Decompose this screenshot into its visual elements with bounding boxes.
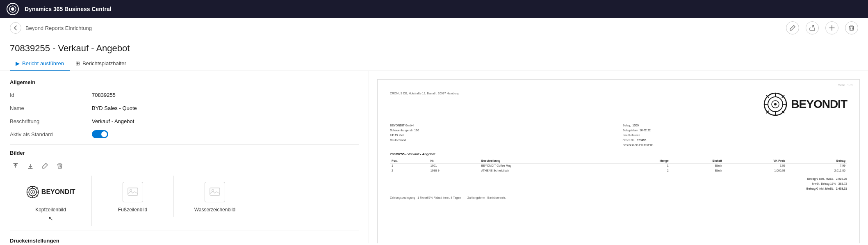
bilder-toolbar bbox=[10, 160, 359, 172]
page-number: 1 / 1 bbox=[847, 84, 853, 87]
tabs-bar: ▶ Bericht ausführen ⊞ Berichtsplatzhalte… bbox=[0, 57, 868, 71]
recipient-street: Schauenburgerstr. 116 bbox=[390, 128, 615, 133]
kopfzeilenbild-card: BEYONDIT Kopfzeilenbild ↖ bbox=[10, 176, 92, 226]
value-beschriftung: Verkauf - Angebot bbox=[92, 118, 359, 124]
preview-company-address: CRONUS DE, Hofstraße 12, Barrath, 20997 … bbox=[390, 92, 763, 95]
preview-logo-text: BEYONDIT bbox=[791, 98, 847, 111]
wasserzeichen-placeholder-icon bbox=[209, 186, 221, 198]
zahlungsbedingung-label: Zahlungsbedingung bbox=[390, 196, 415, 199]
row2-menge: 2 bbox=[619, 168, 670, 173]
upload-top-icon bbox=[12, 163, 19, 169]
table-header-row: Pos. Nr. Beschreibung Menge Einheit VK-P… bbox=[390, 158, 847, 163]
preview-meta-right: Beleg, 1059 Belegdatum 10.02.22 Ihre Ref… bbox=[623, 123, 847, 147]
preview-logo-area: BEYONDIT bbox=[763, 92, 847, 117]
zahlungsform-label: Zahlungsform bbox=[467, 196, 485, 199]
netto-label: Betrag € exkl. MwSt. bbox=[807, 177, 834, 180]
fusszeile-card: Fußzeilenbild bbox=[92, 176, 174, 217]
row1-desc: BEYONDIT Coffee Mug bbox=[480, 163, 619, 168]
cursor: ↖ bbox=[48, 215, 53, 222]
bericht-tab-icon: ▶ bbox=[16, 60, 20, 66]
beleg-value: 1059 bbox=[632, 124, 639, 127]
row1-einheit: Black bbox=[670, 163, 724, 168]
preview-table: Pos. Nr. Beschreibung Menge Einheit VK-P… bbox=[390, 158, 847, 173]
edit-button[interactable] bbox=[786, 21, 799, 34]
row2-desc: ATHENS Schreibtisch bbox=[480, 168, 619, 173]
delete-button[interactable] bbox=[845, 21, 858, 34]
download-button[interactable] bbox=[25, 160, 36, 172]
app-title: Dynamics 365 Business Central bbox=[25, 6, 112, 12]
preview-totals: Betrag € exkl. MwSt. 2.019,08 MwSt. Betr… bbox=[390, 176, 847, 191]
download-icon bbox=[27, 163, 34, 169]
col-vk: VK-Preis bbox=[724, 158, 787, 163]
zahlungsform-value: Banküberweis. bbox=[488, 196, 506, 199]
recipient-name: BEYONDIT GmbH bbox=[390, 123, 615, 128]
wasserzeichen-placeholder bbox=[205, 182, 225, 202]
referenz-row: Ihre Referenz bbox=[623, 133, 847, 138]
tab-bericht-ausfuhren[interactable]: ▶ Bericht ausführen bbox=[10, 57, 70, 71]
datum-row: Belegdatum 10.02.22 bbox=[623, 128, 847, 133]
back-icon bbox=[13, 25, 18, 31]
row2-pos: 2 bbox=[390, 168, 429, 173]
label-aktiv: Aktiv als Standard bbox=[10, 131, 92, 137]
kopfzeilenbild-preview: BEYONDIT bbox=[26, 180, 75, 204]
preview-page-number: Seite 1 / 1 bbox=[838, 84, 853, 87]
upload-top-button[interactable] bbox=[10, 160, 21, 172]
mwst-label: MwSt. Betrag 19% bbox=[812, 182, 836, 185]
col-pos: Pos. bbox=[390, 158, 429, 163]
col-desc: Beschreibung bbox=[480, 158, 619, 163]
referenz-label: Ihre Referenz bbox=[623, 134, 640, 137]
wasserzeichen-card: Wasserzeichenbild bbox=[174, 176, 256, 217]
edit-image-icon bbox=[42, 163, 48, 169]
zahlungsform: Zahlungsform Banküberweis. bbox=[467, 196, 506, 199]
table-row: 1 1001 BEYONDIT Coffee Mug 1 Black 7,99 … bbox=[390, 163, 847, 168]
datum-value: 10.02.22 bbox=[640, 129, 651, 132]
platzhalter-tab-icon: ⊞ bbox=[75, 60, 80, 66]
bilder-section-title: Bilder bbox=[10, 150, 359, 156]
delete-image-button[interactable] bbox=[54, 160, 66, 172]
image-cards: BEYONDIT Kopfzeilenbild ↖ bbox=[10, 176, 359, 226]
app-logo bbox=[7, 3, 19, 15]
fusszeile-preview bbox=[108, 180, 157, 204]
netto-row: Betrag € exkl. MwSt. 2.019,08 bbox=[390, 176, 847, 181]
datum-label: Belegdatum bbox=[623, 129, 638, 132]
recipient-city: 24115 Kiel bbox=[390, 133, 615, 138]
add-button[interactable] bbox=[825, 21, 838, 34]
allgemein-section-title: Allgemein bbox=[10, 79, 359, 85]
row1-menge: 1 bbox=[619, 163, 670, 168]
image-placeholder-icon bbox=[127, 186, 139, 198]
zahlungsbedingung-value: 1 Monat/2% Rabatt inner. 8 Tagen bbox=[417, 196, 461, 199]
back-button[interactable] bbox=[10, 22, 21, 34]
order-value: 123456 bbox=[637, 139, 646, 142]
divider-bilder bbox=[10, 144, 359, 145]
wasserzeichen-preview bbox=[190, 180, 239, 204]
tab-bericht-label: Bericht ausführen bbox=[22, 60, 64, 66]
druckeinstellungen-section: Druckeinstellungen bbox=[10, 238, 359, 243]
form-row-aktiv: Aktiv als Standard bbox=[10, 129, 359, 140]
order-row: Order No. 123456 bbox=[623, 138, 847, 143]
delete-image-icon bbox=[57, 163, 63, 169]
row1-vk: 7,99 bbox=[724, 163, 787, 168]
label-id: Id bbox=[10, 92, 92, 98]
aktiv-toggle[interactable] bbox=[92, 130, 108, 138]
brutto-row: Betrag € inkl. MwSt. 2.403,31 bbox=[390, 186, 847, 191]
edit-image-button[interactable] bbox=[39, 160, 51, 172]
left-panel: Allgemein Id 70839255 Name BYD Sales - Q… bbox=[0, 71, 369, 243]
beleg-label: Beleg, bbox=[623, 124, 631, 127]
form-row-id: Id 70839255 bbox=[10, 89, 359, 100]
freitext-row: Das ist mein Freitext %1 bbox=[623, 143, 847, 148]
col-nr: Nr. bbox=[429, 158, 480, 163]
bilder-section: Bilder bbox=[10, 150, 359, 226]
preview-footer: Zahlungsbedingung 1 Monat/2% Rabatt inne… bbox=[390, 196, 847, 199]
zahlungsbedingung: Zahlungsbedingung 1 Monat/2% Rabatt inne… bbox=[390, 196, 461, 199]
row2-einheit: Black bbox=[670, 168, 724, 173]
tab-berichtsplatzhalter[interactable]: ⊞ Berichtsplatzhalter bbox=[70, 57, 132, 71]
right-panel: Seite 1 / 1 CRONUS DE, Hofstraße 12, Bar… bbox=[369, 71, 868, 243]
trash-icon bbox=[848, 25, 855, 31]
mwst-value: 383,72 bbox=[838, 182, 847, 185]
topbar: Dynamics 365 Business Central bbox=[0, 0, 868, 18]
svg-point-23 bbox=[774, 103, 777, 105]
share-button[interactable] bbox=[806, 21, 819, 34]
row2-vk: 1.005,93 bbox=[724, 168, 787, 173]
preview-meta: BEYONDIT GmbH Schauenburgerstr. 116 2411… bbox=[390, 123, 847, 147]
form-row-beschriftung: Beschriftung Verkauf - Angebot bbox=[10, 116, 359, 126]
